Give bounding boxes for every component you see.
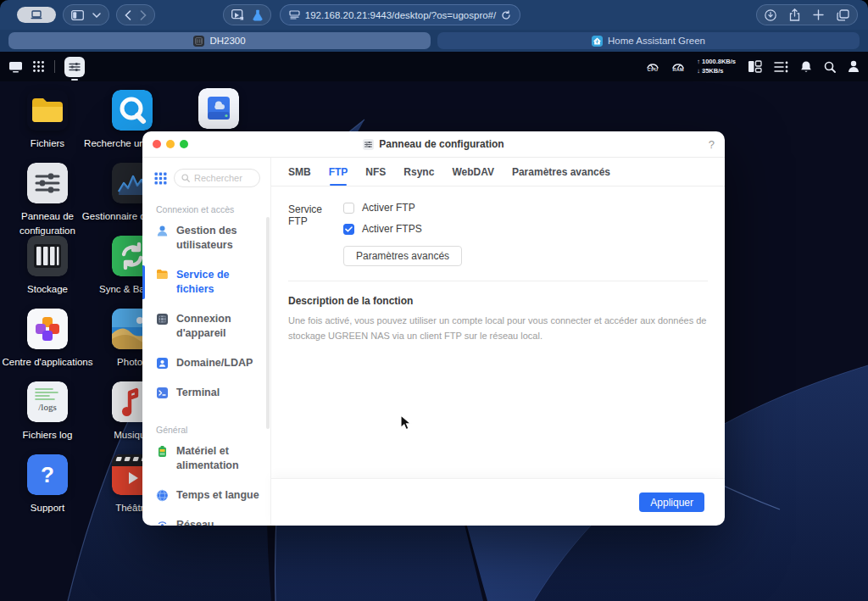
overview-grid-icon[interactable] [154,172,167,185]
reload-icon[interactable] [501,10,511,20]
taskbar-control-panel-app[interactable] [64,57,85,77]
description-text: Une fois activé, vous pouvez utiliser un… [288,313,708,343]
sidebar-toggle-icon[interactable] [71,10,84,20]
help-button[interactable]: ? [709,138,715,151]
ftp-panel: Service FTP Activer FTP [271,186,725,478]
check-icon [345,226,353,232]
user-icon[interactable] [848,60,860,73]
description-title: Description de la fonction [288,295,708,307]
sidebar-item-reseau[interactable]: Réseau [142,510,270,526]
sidebar-scrollbar[interactable] [266,217,270,429]
icon-label: Support [31,501,64,515]
cpu-gauge[interactable]: CPU [646,60,659,73]
sidebar-item-label: Connexion d'appareil [176,312,264,341]
activer-ftps-checkbox[interactable]: Activer FTPS [343,223,462,235]
widgets-icon[interactable] [748,60,762,73]
section-header: Général [156,425,270,435]
new-tab-icon[interactable] [813,9,824,20]
sidebar-item-label: Matériel et alimentation [176,444,264,473]
activer-ftp-checkbox[interactable]: Activer FTP [343,202,462,214]
sidebar-item-label: Terminal [176,386,220,400]
sidebar-section-connexion: Connexion et accès Gestion des utilisate… [142,204,270,408]
tab-rsync[interactable]: Rsync [403,166,434,186]
parametres-avances-button[interactable]: Paramètres avancés [343,246,462,266]
downloads-icon[interactable] [765,9,776,21]
window-actions-group [756,4,858,25]
cloud-drive-app-icon [198,88,239,129]
app-launcher-icon[interactable] [32,60,45,73]
pip-icon[interactable] [231,9,244,20]
service-ftp-label: Service FTP [288,202,343,266]
chevron-down-icon[interactable] [92,13,101,18]
tab-overview-icon[interactable] [837,9,849,21]
tasks-queue-icon[interactable] [774,61,788,73]
hardware-power-icon [156,445,169,458]
sidebar-item-label: Service de fichiers [176,268,264,297]
dialog-sidebar: Connexion et accès Gestion des utilisate… [142,158,271,526]
dialog-titlebar[interactable]: Panneau de configuration ? [142,131,725,158]
tab-home-assistant[interactable]: Home Assistant Green [437,32,860,49]
dialog-content: SMB FTP NFS Rsync WebDAV Paramètres avan… [271,158,725,526]
close-button[interactable] [153,140,161,148]
sidebar-item-connexion-appareil[interactable]: Connexion d'appareil [142,304,270,348]
tab-ftp[interactable]: FTP [329,166,348,186]
flask-icon[interactable] [253,9,263,21]
search-icon[interactable] [824,61,836,73]
url-bar[interactable]: 192.168.20.21:9443/desktop/?os=ugospro#/ [280,4,520,25]
share-icon[interactable] [789,8,800,21]
search-field-icon [181,174,190,182]
desktop-icon-cloud-drive[interactable] [166,88,271,129]
tab-webdav[interactable]: WebDAV [452,166,494,186]
control-panel-dialog: Panneau de configuration ? Connexio [142,131,725,526]
nav-group [116,4,155,25]
appliquer-button[interactable]: Appliquer [639,492,704,512]
minimize-button[interactable] [166,140,175,148]
sidebar-item-label: Réseau [176,518,214,526]
upload-speed: ↑ 1000.8KB/s [697,58,736,66]
tab-label: DH2300 [209,36,245,46]
files-app-icon [27,90,68,131]
users-icon [156,225,169,237]
icon-label: Stockage [27,282,68,297]
screen-share-indicator[interactable] [17,7,56,23]
support-app-icon: ? [27,454,68,495]
search-input[interactable] [194,173,245,183]
download-speed: ↓ 35KB/s [697,67,736,75]
tab-smb[interactable]: SMB [288,166,311,186]
network-speed[interactable]: ↑ 1000.8KB/s ↓ 35KB/s [697,58,736,75]
checkbox-checked[interactable] [343,224,354,235]
sidebar-search[interactable] [174,169,260,187]
maximize-button[interactable] [180,140,188,148]
tab-dh2300[interactable]: DH2300 [8,32,431,49]
svg-text:/logs: /logs [38,402,56,412]
control-panel-title-icon [363,139,374,150]
checkbox-unchecked[interactable] [343,203,354,214]
sidebar-item-service-fichiers[interactable]: Service de fichiers [142,260,270,304]
extensions-group [223,4,271,25]
notifications-bell-icon[interactable] [800,60,812,73]
nas-favicon [193,36,204,47]
back-icon[interactable] [125,10,131,20]
icon-label: Fichiers log [23,428,73,442]
sidebar-item-materiel[interactable]: Matériel et alimentation [142,437,270,481]
tab-parametres-avances[interactable]: Paramètres avancés [512,166,610,186]
sidebar-item-temps-langue[interactable]: Temps et langue [142,481,270,510]
show-desktop-icon[interactable] [8,61,23,73]
tab-nfs[interactable]: NFS [365,166,386,186]
sidebar-item-gestion-utilisateurs[interactable]: Gestion des utilisateurs [142,216,270,260]
sidebar-item-terminal[interactable]: Terminal [142,378,270,408]
sidebar-item-label: Domaine/LDAP [176,356,253,370]
url-text[interactable]: 192.168.20.21:9443/desktop/?os=ugospro#/ [300,10,501,20]
taskbar-right: CPU RAM ↑ 1000.8KB/s ↓ 35KB/s [646,58,860,75]
forward-icon[interactable] [140,10,147,20]
app-center-icon [27,309,68,349]
sidebar-item-domaine-ldap[interactable]: Domaine/LDAP [142,348,270,378]
home-assistant-favicon [592,36,603,47]
cpu-label: CPU [648,68,659,73]
ftp-controls: Activer FTP Activer FTPS Paramètres avan… [343,202,462,266]
control-panel-icon [69,62,81,72]
ram-gauge[interactable]: RAM [671,60,685,73]
terminal-icon [156,387,169,399]
domain-ldap-icon [156,357,169,370]
taskbar-divider [54,60,55,73]
